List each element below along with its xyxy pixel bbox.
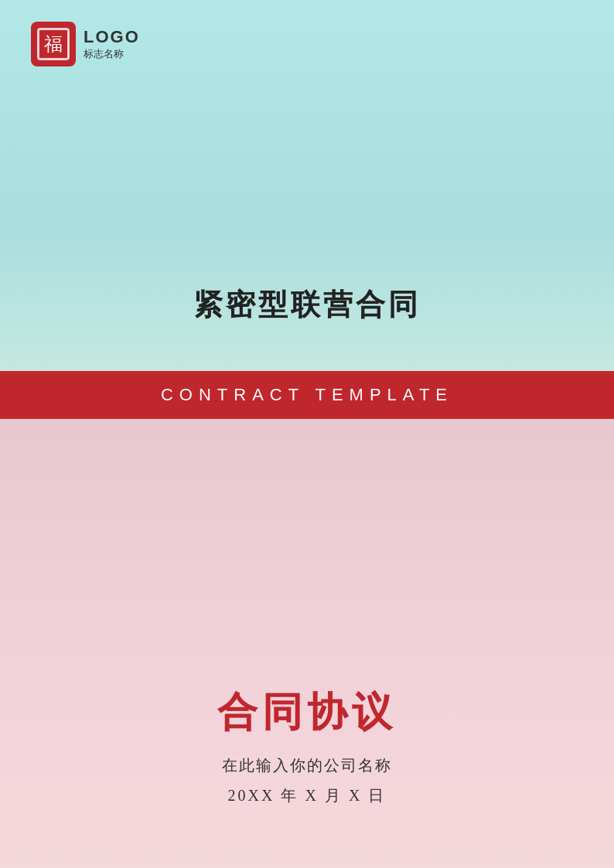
company-name: 在此输入你的公司名称 (222, 755, 392, 776)
sub-title: 合同协议 (217, 686, 397, 740)
top-section: LOGO 标志名称 紧密型联营合同 (0, 0, 614, 371)
bottom-section: 合同协议 在此输入你的公司名称 20XX 年 X 月 X 日 (0, 419, 614, 868)
logo-icon-inner (37, 28, 70, 60)
logo-text-area: LOGO 标志名称 (84, 27, 140, 61)
logo-area: LOGO 标志名称 (31, 22, 140, 66)
banner-text: CONTRACT TEMPLATE (161, 385, 453, 405)
red-banner: CONTRACT TEMPLATE (0, 371, 614, 419)
main-title: 紧密型联营合同 (193, 285, 421, 325)
logo-icon (31, 22, 76, 66)
logo-title: LOGO (84, 27, 140, 47)
date-text: 20XX 年 X 月 X 日 (228, 785, 387, 806)
logo-subtitle: 标志名称 (84, 47, 140, 61)
page: LOGO 标志名称 紧密型联营合同 CONTRACT TEMPLATE 合同协议… (0, 0, 614, 868)
